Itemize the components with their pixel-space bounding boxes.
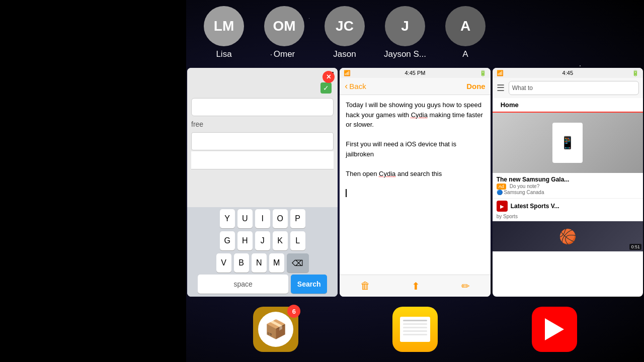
- sports-title: Latest Sports V...: [511, 203, 559, 210]
- notes-line-3: [403, 327, 427, 328]
- sports-video-thumb[interactable]: 🏀 0:51: [493, 221, 643, 251]
- kb-key-y[interactable]: Y: [220, 209, 235, 228]
- kb-key-delete[interactable]: ⌫: [287, 253, 309, 273]
- phone3-url-text: What to: [512, 84, 533, 92]
- contact-jayson[interactable]: J Jayson S...: [377, 6, 433, 59]
- bottom-dock: 6 📦: [186, 297, 644, 362]
- notes-line-2: [403, 323, 427, 325]
- kb-key-o[interactable]: O: [273, 209, 288, 228]
- phone3-screen: 📶 4:45 🔋 ☰ What to Home 📱 The new S: [493, 68, 643, 297]
- news-item-1[interactable]: The new Samsung Gala... Ad Do you note? …: [493, 173, 643, 199]
- phone2-paragraph-2: First you will need a iOS device that is…: [346, 139, 484, 159]
- cydia-badge: 6: [287, 305, 300, 318]
- kb-key-n[interactable]: N: [252, 253, 267, 273]
- kb-key-b[interactable]: B: [234, 253, 249, 273]
- phone2-status-bar: 📶 4:45 PM 🔋: [340, 68, 490, 78]
- contact-name-jayson: Jayson S...: [384, 49, 426, 59]
- samsung-logo: 🔵: [497, 190, 503, 195]
- phone3-time: 4:45: [562, 70, 573, 76]
- contact-avatar-jayson: J: [385, 6, 425, 46]
- kb-key-i[interactable]: I: [255, 209, 270, 228]
- kb-key-v[interactable]: V: [216, 253, 231, 273]
- contact-name-omer: Omer: [274, 49, 295, 59]
- kb-row-3: V B N M ⌫: [187, 251, 338, 274]
- phone3-navbar: ☰ What to: [493, 78, 643, 98]
- phone3-content: 📱 The new Samsung Gala... Ad Do you note…: [493, 113, 643, 251]
- cydia-link-1: Cydia: [411, 111, 428, 119]
- phone3-hero-image: 📱: [493, 113, 643, 173]
- phone2-paragraph-1: Today I will be showing you guys how to …: [346, 100, 484, 130]
- trash-icon[interactable]: 🗑: [360, 280, 370, 292]
- kb-key-p[interactable]: P: [290, 209, 305, 228]
- dock-app-youtube[interactable]: [532, 307, 577, 352]
- kb-key-space[interactable]: space: [198, 275, 288, 294]
- left-black-bar: [0, 0, 186, 362]
- phone2-paragraph-3: Then open Cydia and search this: [346, 169, 484, 179]
- youtube-icon[interactable]: [532, 307, 577, 352]
- phone2-time: 4:45 PM: [405, 70, 426, 76]
- sports-source: by Sports: [493, 214, 643, 221]
- phone2-toolbar: 🗑 ⬆ ✏: [340, 275, 490, 297]
- phone1-checkbox-area: ✓: [187, 78, 338, 98]
- samsung-phone-image: 📱: [552, 123, 583, 163]
- youtube-play-icon: [545, 318, 564, 340]
- phone3-battery-icon: 🔋: [632, 70, 639, 76]
- video-duration: 0:51: [629, 244, 641, 250]
- phone3-url-bar[interactable]: What to: [509, 81, 639, 95]
- phone3-tab-home[interactable]: Home: [493, 98, 527, 112]
- phone1-input-field-1[interactable]: [191, 98, 334, 116]
- kb-row-4: space Search: [187, 274, 338, 297]
- phone2-done-button[interactable]: Done: [466, 82, 486, 90]
- share-icon[interactable]: ⬆: [412, 280, 420, 292]
- contact-avatar-jason: JC: [325, 6, 365, 46]
- notes-line-5: [403, 334, 427, 335]
- kb-row-2: G H J K L: [187, 229, 338, 251]
- contact-omer[interactable]: OM Omer: [257, 6, 312, 59]
- news-source-1: 🔵 Samsung Canada: [497, 190, 639, 195]
- kb-key-m[interactable]: M: [269, 253, 284, 273]
- contact-lisa[interactable]: LM Lisa: [196, 6, 252, 59]
- phone1-keyboard: Y U I O P G H J K L V B N M ⌫: [187, 207, 338, 297]
- contact-avatar-lisa: LM: [204, 6, 244, 46]
- ad-badge: Ad: [497, 184, 506, 190]
- notes-icon[interactable]: [392, 307, 438, 352]
- phone2-cursor-line: [346, 189, 484, 199]
- phone1-text-free: free: [187, 117, 338, 131]
- notes-line-4: [403, 330, 427, 332]
- notes-line-1: [403, 320, 427, 321]
- phone3-wifi-icon: 📶: [497, 70, 504, 76]
- cydia-link-2: Cydia: [379, 170, 395, 177]
- contact-a[interactable]: A A: [438, 6, 493, 59]
- kb-key-u[interactable]: U: [237, 209, 253, 228]
- compose-icon[interactable]: ✏: [461, 280, 470, 292]
- contact-avatar-omer: OM: [264, 6, 304, 46]
- phone1-input-field-3[interactable]: [191, 151, 334, 169]
- text-cursor: [346, 189, 347, 197]
- news-sub-1: Do you note?: [510, 184, 540, 189]
- phone2-screen: 📶 4:45 PM 🔋 ‹ Back Done Today I will be …: [340, 68, 490, 297]
- phone3-status-bar: 📶 4:45 🔋: [493, 68, 643, 78]
- back-chevron-icon: ‹: [345, 81, 348, 92]
- phone1-status-bar: ■■: [187, 68, 338, 78]
- kb-key-g[interactable]: G: [220, 231, 235, 250]
- kb-key-h[interactable]: H: [237, 231, 253, 250]
- hamburger-menu-icon[interactable]: ☰: [497, 82, 505, 94]
- dock-app-cydia[interactable]: 6 📦: [253, 307, 298, 352]
- kb-key-k[interactable]: K: [273, 231, 288, 250]
- notes-lines-icon: [400, 317, 430, 342]
- kb-key-j[interactable]: J: [255, 231, 270, 250]
- phone2-back-button[interactable]: ‹ Back: [345, 81, 366, 92]
- contact-jason[interactable]: JC Jason: [317, 6, 372, 59]
- phone1-input-field-2[interactable]: [191, 132, 334, 150]
- phone2-wifi-icon: 📶: [344, 70, 351, 76]
- dock-app-notes[interactable]: [392, 307, 438, 352]
- contact-avatar-a: A: [445, 6, 486, 46]
- sports-icon: ▶: [497, 201, 508, 212]
- phone2-battery-icon: 🔋: [479, 70, 487, 76]
- kb-search-button[interactable]: Search: [291, 275, 327, 294]
- kb-key-l[interactable]: L: [290, 231, 305, 250]
- contacts-bar: LM Lisa OM Omer JC Jason J Jayson S... A…: [186, 0, 644, 65]
- news-title-1: The new Samsung Gala...: [497, 176, 639, 183]
- kb-row-1: Y U I O P: [187, 207, 338, 229]
- phone2-content: Today I will be showing you guys how to …: [340, 95, 490, 203]
